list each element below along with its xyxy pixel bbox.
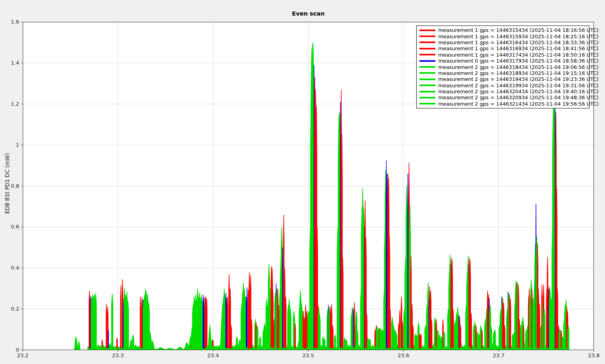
y-tick-label: 0 (0, 347, 19, 353)
x-tick-label: 23.7 (487, 352, 511, 358)
g-spike (457, 307, 459, 350)
r-spike (471, 313, 472, 350)
legend-line-swatch (419, 54, 435, 55)
legend-item: measurement 2 gps = 1446318434 (2025-11-… (419, 64, 587, 70)
g-spike (256, 325, 258, 350)
r-spike (272, 291, 274, 350)
legend-label: measurement 2 gps = 1446320934 (2025-11-… (438, 94, 599, 100)
r-spike (460, 325, 461, 350)
x-tick-label: 23.8 (582, 352, 605, 358)
r-spike (481, 330, 483, 350)
r-spike (251, 319, 253, 350)
legend-item: measurement 0 gps = 1446317934 (2025-11-… (419, 58, 587, 64)
g-spike (544, 309, 546, 350)
legend-item: measurement 2 gps = 1446321434 (2025-11-… (419, 101, 587, 107)
legend-label: measurement 2 gps = 1446319934 (2025-11-… (438, 83, 599, 89)
legend-line-swatch (419, 41, 435, 43)
b-spike (203, 295, 204, 350)
g-spike (318, 314, 320, 350)
legend-label: measurement 1 gps = 1446315434 (2025-11-… (438, 27, 599, 33)
legend-line-swatch (419, 85, 435, 86)
g-spike (477, 332, 479, 350)
r-spike (504, 325, 506, 350)
legend-label: measurement 2 gps = 1446318934 (2025-11-… (438, 70, 599, 76)
x-tick-label: 23.4 (201, 352, 225, 358)
legend-label: measurement 1 gps = 1446315934 (2025-11-… (438, 33, 599, 39)
r-spike (402, 321, 403, 350)
g-spike (454, 321, 456, 350)
legend-item: measurement 2 gps = 1446319434 (2025-11-… (419, 76, 587, 82)
r-spike (302, 311, 304, 350)
legend-line-swatch (419, 30, 435, 31)
r-spike (389, 309, 391, 350)
y-tick-label: 0.4 (0, 265, 19, 271)
r-spike (249, 272, 250, 350)
y-tick-label: 1.6 (0, 19, 19, 25)
r-spike (435, 319, 437, 350)
g-spike (289, 309, 291, 350)
x-tick-label: 23.5 (297, 352, 320, 358)
g-spike (567, 325, 569, 350)
legend-line-swatch (419, 103, 435, 104)
legend-item: measurement 2 gps = 1446320434 (2025-11-… (419, 89, 587, 94)
g-spike (494, 330, 496, 350)
b-spike (407, 174, 408, 350)
legend-item: measurement 1 gps = 1446317434 (2025-11-… (419, 52, 587, 58)
b-spike (246, 297, 247, 350)
legend-line-swatch (419, 60, 435, 62)
r-spike (330, 307, 331, 350)
r-spike (285, 297, 287, 350)
legend-label: measurement 2 gps = 1446320434 (2025-11-… (438, 89, 599, 94)
g-spike (266, 299, 268, 350)
g-spike (443, 332, 445, 350)
r-spike (332, 325, 334, 350)
r-spike (510, 299, 511, 350)
legend-item: measurement 1 gps = 1446315434 (2025-11-… (419, 27, 587, 33)
chart-title: Even scan (23, 10, 594, 17)
legend-label: measurement 2 gps = 1446319434 (2025-11-… (438, 76, 599, 82)
y-tick-label: 0.6 (0, 224, 19, 230)
r-spike (539, 304, 540, 350)
b-spike (204, 298, 204, 350)
y-tick-label: 0.8 (0, 183, 19, 189)
legend-item: measurement 2 gps = 1446320934 (2025-11-… (419, 94, 587, 100)
b-spike (386, 160, 387, 350)
legend-line-swatch (419, 91, 435, 92)
y-tick-label: 0.2 (0, 306, 19, 312)
b-spike (225, 293, 226, 350)
legend-label: measurement 2 gps = 1446321434 (2025-11-… (438, 101, 599, 107)
r-spike (419, 334, 421, 350)
legend-label: measurement 2 gps = 1446318434 (2025-11-… (438, 64, 599, 70)
r-spike (231, 325, 232, 350)
b-spike (247, 287, 247, 350)
legend-line-swatch (419, 35, 435, 37)
r-spike (453, 309, 454, 350)
g-spike (490, 325, 492, 350)
r-spike (523, 325, 524, 350)
y-tick-label: 1.2 (0, 101, 19, 107)
r-spike (227, 297, 228, 350)
b-spike (353, 309, 354, 350)
r-spike (120, 285, 122, 350)
r-spike (295, 323, 296, 350)
r-spike (412, 325, 414, 350)
legend-line-swatch (419, 66, 435, 68)
x-tick-label: 23.3 (106, 352, 130, 358)
x-tick-label: 23.2 (11, 352, 35, 358)
y-tick-label: 1 (0, 142, 19, 148)
g-spike (95, 293, 97, 350)
g-spike (405, 186, 407, 350)
legend-item: measurement 1 gps = 1446316934 (2025-11-… (419, 45, 587, 51)
legend-line-swatch (419, 72, 435, 74)
legend-item: measurement 1 gps = 1446315934 (2025-11-… (419, 33, 587, 39)
y-tick-label: 1.4 (0, 60, 19, 66)
x-tick-label: 23.6 (391, 352, 415, 358)
g-spike (395, 333, 397, 350)
g-spike (439, 334, 441, 350)
g-spike (148, 303, 150, 350)
r-spike (140, 297, 141, 350)
legend-label: measurement 1 gps = 1446316934 (2025-11-… (438, 45, 599, 51)
legend: measurement 1 gps = 1446315434 (2025-11-… (416, 26, 589, 108)
r-spike (305, 305, 306, 350)
g-spike (127, 301, 129, 350)
